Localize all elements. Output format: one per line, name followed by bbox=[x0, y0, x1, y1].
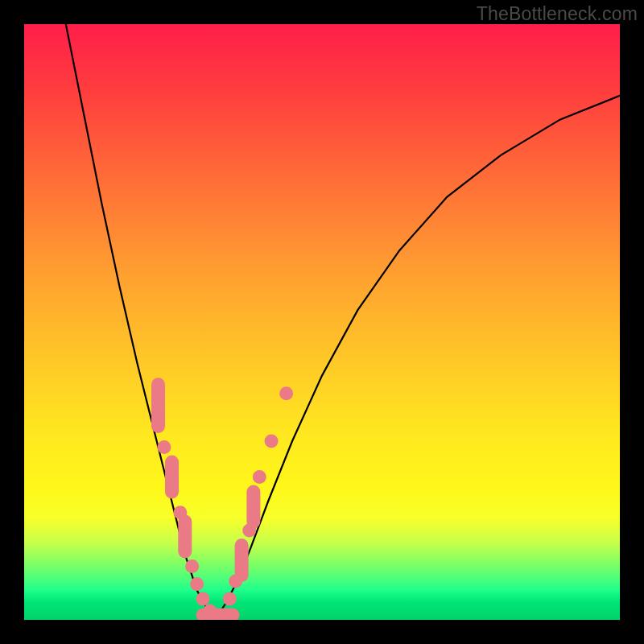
plot-area bbox=[24, 24, 620, 620]
curve-left-branch bbox=[66, 24, 215, 617]
data-marker bbox=[173, 506, 187, 519]
data-marker bbox=[246, 485, 260, 528]
data-marker bbox=[223, 592, 237, 606]
data-marker bbox=[196, 592, 210, 606]
data-marker bbox=[190, 577, 204, 591]
data-marker bbox=[178, 514, 192, 558]
data-marker bbox=[203, 604, 217, 617]
data-marker bbox=[279, 386, 293, 400]
data-marker bbox=[157, 440, 171, 454]
data-marker bbox=[265, 435, 279, 448]
data-marker bbox=[242, 524, 256, 538]
data-marker bbox=[165, 455, 179, 498]
data-marker bbox=[185, 559, 199, 573]
data-markers bbox=[151, 378, 293, 620]
watermark-text: TheBottleneck.com bbox=[477, 3, 638, 25]
chart-frame: TheBottleneck.com bbox=[0, 0, 644, 644]
data-marker bbox=[196, 609, 240, 620]
curve-right-branch bbox=[215, 96, 620, 617]
data-marker bbox=[253, 470, 266, 484]
curve-svg bbox=[24, 24, 620, 620]
data-marker bbox=[229, 574, 242, 588]
data-marker bbox=[151, 378, 165, 433]
data-marker bbox=[235, 539, 249, 582]
